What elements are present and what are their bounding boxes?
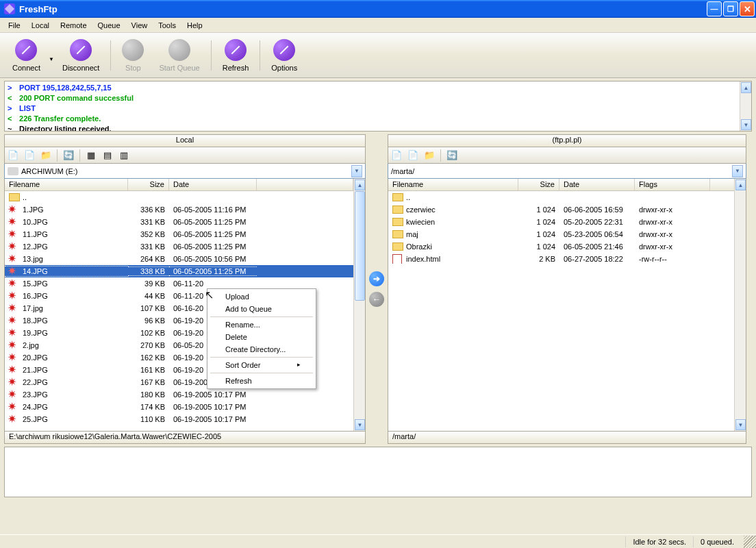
menu-tools[interactable]: Tools — [153, 20, 181, 31]
menu-item-delete[interactable]: Delete — [209, 331, 314, 343]
menu-help[interactable]: Help — [181, 20, 208, 31]
local-column-headers[interactable]: Filename Size Date — [5, 179, 353, 191]
scroll-down-arrow[interactable]: ▼ — [735, 419, 746, 430]
remote-file-list[interactable]: Filename Size Date Flags ..czerwiec1 024… — [388, 179, 734, 431]
remote-path-combo[interactable]: /marta/ ▼ — [388, 164, 746, 179]
local-pane-header: Local — [4, 134, 366, 147]
col-flags[interactable]: Flags — [635, 179, 710, 190]
options-icon — [273, 39, 295, 61]
context-menu[interactable]: UploadAdd to QueueRename...DeleteCreate … — [207, 288, 316, 389]
toolbar-refresh[interactable]: Refresh — [216, 36, 256, 75]
file-row[interactable]: 11.JPG352 KB06-05-2005 11:25 PM — [5, 228, 353, 240]
file-row[interactable]: Obrazki1 02406-05-2005 21:46drwxr-xr-x — [388, 240, 734, 253]
jpg-icon — [9, 377, 20, 387]
scroll-up-arrow[interactable]: ▲ — [741, 82, 751, 93]
file-row[interactable]: 14.JPG338 KB06-05-2005 11:25 PM — [5, 265, 353, 277]
remote-folder-icon[interactable]: 📁 — [424, 150, 435, 161]
local-path-dropdown[interactable]: ▼ — [351, 165, 362, 177]
status-idle: Idle for 32 secs. — [625, 536, 693, 547]
col-size[interactable]: Size — [128, 179, 169, 190]
menu-local[interactable]: Local — [26, 20, 55, 31]
app-icon — [4, 3, 15, 14]
file-row[interactable]: 10.JPG331 KB06-05-2005 11:25 PM — [5, 216, 353, 228]
toolbar-options[interactable]: Options — [264, 36, 304, 75]
file-row[interactable]: kwiecien1 02405-20-2005 22:31drwxr-xr-x — [388, 216, 734, 228]
toolbar-stop: Stop — [115, 36, 151, 75]
log-line: > LIST — [8, 103, 748, 114]
minimize-button[interactable]: — — [707, 1, 722, 16]
local-scrollbar[interactable]: ▲ ▼ — [353, 179, 365, 431]
menu-queue[interactable]: Queue — [92, 20, 126, 31]
log-line: > PORT 195,128,242,55,7,15 — [8, 83, 748, 93]
connect-dropdown[interactable]: ▼ — [49, 48, 54, 62]
local-refresh-icon[interactable]: 🔄 — [63, 150, 74, 161]
file-row[interactable]: czerwiec1 02406-06-2005 16:59drwxr-xr-x — [388, 203, 734, 216]
local-delete-icon[interactable]: 📄 — [24, 150, 35, 161]
toolbar-connect[interactable]: Connect — [5, 36, 47, 75]
jpg-icon — [9, 229, 20, 239]
local-view2-icon[interactable]: ▤ — [102, 150, 113, 161]
menu-view[interactable]: View — [126, 20, 153, 31]
window-title: FreshFtp — [19, 4, 58, 14]
scroll-up-arrow[interactable]: ▲ — [355, 179, 365, 190]
col-date[interactable]: Date — [559, 179, 635, 190]
download-button[interactable]: ← — [369, 292, 384, 307]
resize-grip[interactable] — [744, 536, 756, 548]
file-row[interactable]: index.html2 KB06-27-2005 18:22-rw-r--r-- — [388, 253, 734, 265]
file-row[interactable]: 13.jpg264 KB06-05-2005 10:56 PM — [5, 253, 353, 265]
menu-item-rename[interactable]: Rename... — [209, 319, 314, 331]
remote-scrollbar[interactable]: ▲ ▼ — [734, 179, 746, 431]
local-path-combo[interactable]: ARCHIWUM (E:) ▼ — [4, 164, 366, 179]
file-row[interactable]: maj1 02405-23-2005 06:54drwxr-xr-x — [388, 228, 734, 240]
disconnect-icon — [70, 39, 92, 61]
refresh-icon — [225, 39, 247, 61]
file-row[interactable]: .. — [5, 191, 353, 203]
remote-newfile-icon[interactable]: 📄 — [391, 150, 402, 161]
status-bar: Idle for 32 secs. 0 queued. — [0, 534, 756, 548]
scroll-thumb[interactable] — [355, 191, 365, 301]
log-scrollbar[interactable]: ▲ ▼ — [740, 82, 751, 131]
local-view1-icon[interactable]: ▦ — [86, 150, 97, 161]
menu-file[interactable]: File — [3, 20, 26, 31]
toolbar-disconnect[interactable]: Disconnect — [55, 36, 106, 75]
stop-icon — [122, 39, 144, 61]
menu-item-sort-order[interactable]: Sort Order — [209, 359, 314, 371]
html-icon — [392, 254, 403, 264]
file-row[interactable]: 25.JPG110 KB06-19-2005 10:17 PM — [5, 413, 353, 425]
local-newfile-icon[interactable]: 📄 — [8, 150, 18, 161]
menu-item-create-directory[interactable]: Create Directory... — [209, 343, 314, 356]
jpg-icon — [9, 205, 20, 214]
scroll-down-arrow[interactable]: ▼ — [741, 119, 751, 130]
remote-delete-icon[interactable]: 📄 — [407, 150, 418, 161]
file-row[interactable]: 24.JPG174 KB06-19-2005 10:17 PM — [5, 401, 353, 413]
scroll-down-arrow[interactable]: ▼ — [355, 419, 365, 430]
remote-path-text: /marta/ — [391, 167, 414, 175]
close-button[interactable]: ✕ — [740, 1, 755, 16]
local-folder-icon[interactable]: 📁 — [40, 150, 51, 161]
file-row[interactable]: .. — [388, 191, 734, 203]
file-row[interactable]: 1.JPG336 KB06-05-2005 11:16 PM — [5, 203, 353, 216]
jpg-icon — [9, 291, 20, 301]
scroll-up-arrow[interactable]: ▲ — [735, 179, 746, 190]
queue-pane — [4, 447, 752, 497]
local-view3-icon[interactable]: ▥ — [118, 150, 129, 161]
remote-refresh-icon[interactable]: 🔄 — [446, 150, 457, 161]
status-queued: 0 queued. — [693, 536, 741, 547]
maximize-button[interactable]: ❐ — [723, 1, 738, 16]
connect-icon — [15, 39, 37, 61]
col-filename[interactable]: Filename — [388, 179, 518, 190]
upload-button[interactable]: ➔ — [369, 271, 384, 286]
menu-item-upload[interactable]: Upload — [209, 290, 314, 303]
col-date[interactable]: Date — [169, 179, 257, 190]
menu-item-add-to-queue[interactable]: Add to Queue — [209, 303, 314, 315]
file-row[interactable]: 12.JPG331 KB06-05-2005 11:25 PM — [5, 240, 353, 253]
remote-column-headers[interactable]: Filename Size Date Flags — [388, 179, 734, 191]
col-filename[interactable]: Filename — [5, 179, 128, 190]
menu-remote[interactable]: Remote — [55, 20, 92, 31]
remote-mini-toolbar: 📄 📄 📁 🔄 — [388, 147, 746, 164]
col-size[interactable]: Size — [518, 179, 559, 190]
menu-item-refresh[interactable]: Refresh — [209, 375, 314, 387]
remote-path-dropdown[interactable]: ▼ — [732, 165, 743, 177]
file-row[interactable]: 23.JPG180 KB06-19-2005 10:17 PM — [5, 388, 353, 401]
log-line: ~ Directory listing received. — [8, 124, 748, 131]
